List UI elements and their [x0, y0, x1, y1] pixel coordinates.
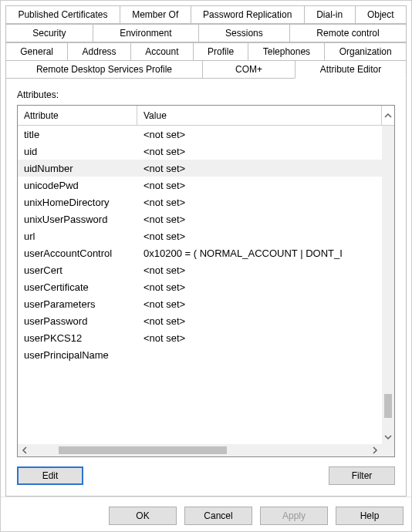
cell-value: <not set> — [137, 212, 382, 227]
cell-attribute: userParameters — [18, 297, 137, 311]
tab-row-3: General Address Account Profile Telephon… — [5, 42, 407, 61]
column-header-value[interactable]: Value — [137, 106, 382, 125]
tab-security[interactable]: Security — [5, 24, 93, 42]
tab-sessions[interactable]: Sessions — [198, 24, 290, 42]
cancel-button[interactable]: Cancel — [184, 507, 252, 525]
vertical-scroll-track[interactable] — [382, 126, 394, 430]
horizontal-scroll-track[interactable] — [32, 444, 368, 456]
cell-value: <not set> — [137, 331, 382, 345]
table-row[interactable]: url<not set> — [18, 227, 382, 244]
tab-profile[interactable]: Profile — [193, 42, 249, 61]
table-row[interactable]: userCert<not set> — [18, 261, 382, 278]
header-scroll-up-icon[interactable] — [382, 106, 394, 125]
tab-remote-desktop-services-profile[interactable]: Remote Desktop Services Profile — [5, 61, 203, 79]
tab-published-certificates[interactable]: Published Certificates — [5, 5, 120, 24]
table-row[interactable]: userPKCS12<not set> — [18, 329, 382, 346]
listview-body: title<not set>uid<not set>uidNumber<not … — [18, 126, 394, 456]
cell-attribute: unicodePwd — [18, 178, 137, 193]
attributes-listview[interactable]: Attribute Value title<not set>uid<not se… — [17, 105, 395, 457]
table-row[interactable]: userPrincipalName — [18, 346, 382, 363]
cell-attribute: uidNumber — [18, 161, 137, 176]
cell-value: <not set> — [137, 314, 382, 328]
apply-button[interactable]: Apply — [260, 507, 328, 525]
cell-value — [137, 353, 382, 356]
table-row[interactable]: userPassword<not set> — [18, 312, 382, 329]
vertical-scroll-thumb[interactable] — [384, 394, 392, 419]
cell-value: <not set> — [137, 263, 382, 278]
cell-attribute: userCertificate — [18, 280, 137, 295]
scroll-down-icon[interactable] — [382, 430, 394, 444]
tab-content-attribute-editor: Attributes: Attribute Value title<not se… — [5, 79, 407, 497]
cell-attribute: url — [18, 229, 137, 244]
help-button[interactable]: Help — [336, 507, 404, 525]
tab-password-replication[interactable]: Password Replication — [191, 5, 305, 24]
listview-buttons: Edit Filter — [17, 466, 395, 485]
cell-value: 0x10200 = ( NORMAL_ACCOUNT | DONT_I — [137, 246, 382, 261]
cell-attribute: title — [18, 127, 137, 142]
scrollbar-corner — [382, 444, 394, 456]
cell-value: <not set> — [137, 280, 382, 295]
horizontal-scroll-thumb[interactable] — [59, 446, 227, 454]
cell-value: <not set> — [137, 127, 382, 142]
tab-row-4: Remote Desktop Services Profile COM+ Att… — [5, 61, 407, 79]
cell-attribute: userPrincipalName — [18, 348, 137, 362]
scroll-left-icon[interactable] — [18, 444, 32, 456]
table-row[interactable]: title<not set> — [18, 126, 382, 143]
rows-container: title<not set>uid<not set>uidNumber<not … — [18, 126, 382, 444]
tab-remote-control[interactable]: Remote control — [289, 24, 407, 42]
cell-value: <not set> — [137, 144, 382, 159]
table-row[interactable]: unixHomeDirectory<not set> — [18, 194, 382, 210]
table-row[interactable]: unixUserPassword<not set> — [18, 210, 382, 227]
cell-attribute: userPKCS12 — [18, 331, 137, 345]
cell-value: <not set> — [137, 161, 382, 176]
cell-attribute: userPassword — [18, 314, 137, 328]
column-header-attribute[interactable]: Attribute — [18, 106, 137, 125]
cell-attribute: unixHomeDirectory — [18, 195, 137, 210]
filter-button[interactable]: Filter — [329, 466, 395, 485]
tab-telephones[interactable]: Telephones — [248, 42, 325, 61]
cell-attribute: userAccountControl — [18, 246, 137, 261]
tab-row-1: Published Certificates Member Of Passwor… — [5, 5, 407, 24]
tab-row-2: Security Environment Sessions Remote con… — [5, 24, 407, 42]
table-row[interactable]: unicodePwd<not set> — [18, 177, 382, 194]
dialog-action-bar: OK Cancel Apply Help — [1, 497, 411, 531]
attributes-label: Attributes: — [17, 89, 395, 100]
table-row[interactable]: userParameters<not set> — [18, 295, 382, 312]
tabstrip: Published Certificates Member Of Passwor… — [5, 5, 407, 79]
table-row[interactable]: uid<not set> — [18, 143, 382, 160]
tab-member-of[interactable]: Member Of — [120, 5, 191, 24]
cell-value: <not set> — [137, 297, 382, 311]
tab-account[interactable]: Account — [130, 42, 194, 61]
cell-attribute: userCert — [18, 263, 137, 278]
tab-object[interactable]: Object — [355, 5, 407, 24]
cell-value: <not set> — [137, 195, 382, 210]
tab-environment[interactable]: Environment — [93, 24, 199, 42]
cell-value: <not set> — [137, 229, 382, 244]
properties-dialog: Published Certificates Member Of Passwor… — [0, 0, 412, 532]
cell-attribute: unixUserPassword — [18, 212, 137, 227]
vertical-scrollbar[interactable] — [382, 126, 394, 444]
table-row[interactable]: uidNumber<not set> — [18, 160, 382, 177]
horizontal-scrollbar[interactable] — [18, 444, 382, 456]
tab-organization[interactable]: Organization — [324, 42, 407, 61]
ok-button[interactable]: OK — [109, 507, 177, 525]
scroll-right-icon[interactable] — [368, 444, 382, 456]
tab-address[interactable]: Address — [67, 42, 131, 61]
table-row[interactable]: userCertificate<not set> — [18, 278, 382, 295]
edit-button[interactable]: Edit — [17, 466, 83, 485]
tab-attribute-editor[interactable]: Attribute Editor — [295, 61, 407, 79]
cell-attribute: uid — [18, 144, 137, 159]
tab-dial-in[interactable]: Dial-in — [304, 5, 356, 24]
cell-value: <not set> — [137, 178, 382, 193]
listview-header: Attribute Value — [18, 106, 394, 126]
tab-general[interactable]: General — [5, 42, 68, 61]
tab-com-plus[interactable]: COM+ — [202, 61, 295, 79]
table-row[interactable]: userAccountControl0x10200 = ( NORMAL_ACC… — [18, 244, 382, 261]
